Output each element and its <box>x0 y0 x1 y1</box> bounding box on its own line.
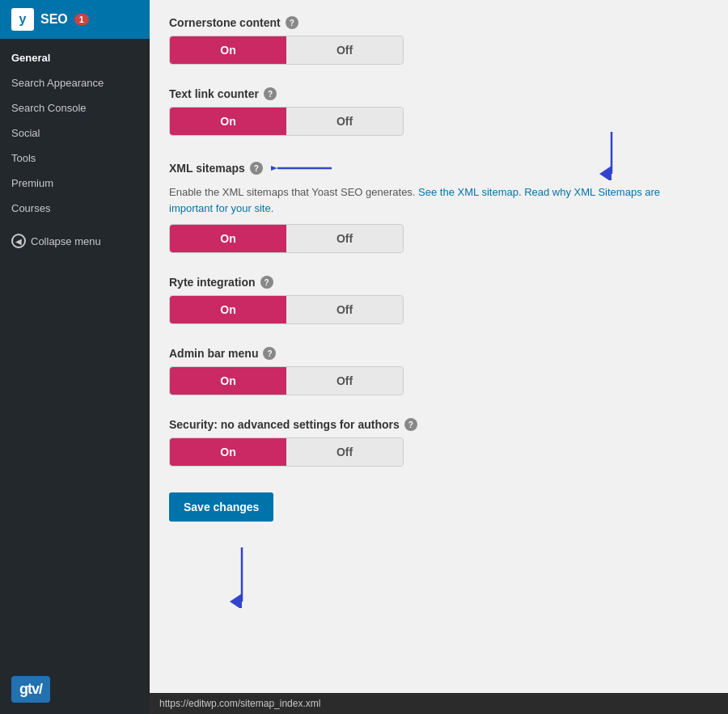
collapse-menu-button[interactable]: ◀ Collapse menu <box>0 227 150 255</box>
security-help-icon[interactable]: ? <box>404 418 417 431</box>
ryte-integration-on[interactable]: On <box>170 296 286 323</box>
security-off[interactable]: Off <box>286 438 403 466</box>
admin-bar-menu-label: Admin bar menu ? <box>169 347 709 360</box>
admin-bar-menu-off[interactable]: Off <box>286 367 403 395</box>
ryte-integration-help-icon[interactable]: ? <box>260 276 273 289</box>
text-link-counter-help-icon[interactable]: ? <box>264 87 277 100</box>
setting-cornerstone-content: Cornerstone content ? On Off <box>169 16 709 65</box>
text-link-counter-on[interactable]: On <box>170 108 286 135</box>
collapse-menu-label: Collapse menu <box>31 235 101 247</box>
status-bar: https://editwp.com/sitemap_index.xml <box>150 693 728 714</box>
yoast-logo: y <box>11 8 34 31</box>
cornerstone-content-help-icon[interactable]: ? <box>286 16 298 29</box>
sidebar-item-courses[interactable]: Courses <box>0 196 150 221</box>
security-label: Security: no advanced settings for autho… <box>169 418 709 431</box>
text-link-counter-toggle[interactable]: On Off <box>169 107 404 136</box>
sidebar-title: SEO <box>40 12 68 27</box>
annotation-arrow-down-bottom <box>218 547 266 608</box>
annotation-arrow-down <box>595 132 628 180</box>
cornerstone-content-toggle[interactable]: On Off <box>169 36 404 65</box>
sidebar-nav: General Search Appearance Search Console… <box>0 39 150 668</box>
xml-sitemaps-help-icon[interactable]: ? <box>250 162 263 175</box>
xml-sitemaps-toggle[interactable]: On Off <box>169 224 404 253</box>
sidebar-item-general[interactable]: General <box>0 45 150 70</box>
sidebar-header[interactable]: y SEO 1 <box>0 0 150 39</box>
sidebar-item-search-appearance[interactable]: Search Appearance <box>0 70 150 95</box>
security-on[interactable]: On <box>170 438 286 466</box>
ryte-integration-toggle[interactable]: On Off <box>169 295 404 324</box>
xml-sitemap-link[interactable]: See the XML sitemap. <box>418 186 521 198</box>
setting-admin-bar-menu: Admin bar menu ? On Off <box>169 347 709 395</box>
sidebar-item-social[interactable]: Social <box>0 120 150 146</box>
admin-bar-menu-on[interactable]: On <box>170 367 286 395</box>
cornerstone-content-on[interactable]: On <box>170 36 286 64</box>
sidebar-item-search-console[interactable]: Search Console <box>0 95 150 120</box>
xml-sitemaps-on[interactable]: On <box>170 225 286 252</box>
ryte-integration-off[interactable]: Off <box>286 296 403 323</box>
xml-sitemaps-off[interactable]: Off <box>286 225 403 252</box>
setting-xml-sitemaps: XML sitemaps ? <box>169 158 709 253</box>
cornerstone-content-label: Cornerstone content ? <box>169 16 709 29</box>
text-link-counter-off[interactable]: Off <box>286 108 403 135</box>
sidebar: y SEO 1 General Search Appearance Search… <box>0 0 150 714</box>
main-content: Cornerstone content ? On Off Text link c… <box>150 0 728 714</box>
xml-sitemaps-description: Enable the XML sitemaps that Yoast SEO g… <box>169 184 671 216</box>
status-bar-url: https://editwp.com/sitemap_index.xml <box>159 698 320 709</box>
gtv-logo: gtv/ <box>11 676 50 703</box>
collapse-arrow-icon: ◀ <box>11 234 26 248</box>
ryte-integration-label: Ryte integration ? <box>169 276 709 289</box>
security-toggle[interactable]: On Off <box>169 437 404 467</box>
content-area: Cornerstone content ? On Off Text link c… <box>150 0 728 714</box>
setting-ryte-integration: Ryte integration ? On Off <box>169 276 709 324</box>
sidebar-item-premium[interactable]: Premium <box>0 171 150 196</box>
setting-security: Security: no advanced settings for autho… <box>169 418 709 467</box>
cornerstone-content-off[interactable]: Off <box>286 36 403 64</box>
setting-text-link-counter: Text link counter ? On Off <box>169 87 709 136</box>
annotation-arrow-left <box>271 158 336 178</box>
sidebar-bottom: gtv/ <box>0 668 150 714</box>
text-link-counter-label: Text link counter ? <box>169 87 709 100</box>
sidebar-item-tools[interactable]: Tools <box>0 146 150 171</box>
admin-bar-menu-help-icon[interactable]: ? <box>263 347 276 360</box>
notification-badge: 1 <box>74 14 89 25</box>
bottom-annotation-area <box>169 547 709 612</box>
save-changes-button[interactable]: Save changes <box>169 492 273 522</box>
admin-bar-menu-toggle[interactable]: On Off <box>169 366 404 395</box>
